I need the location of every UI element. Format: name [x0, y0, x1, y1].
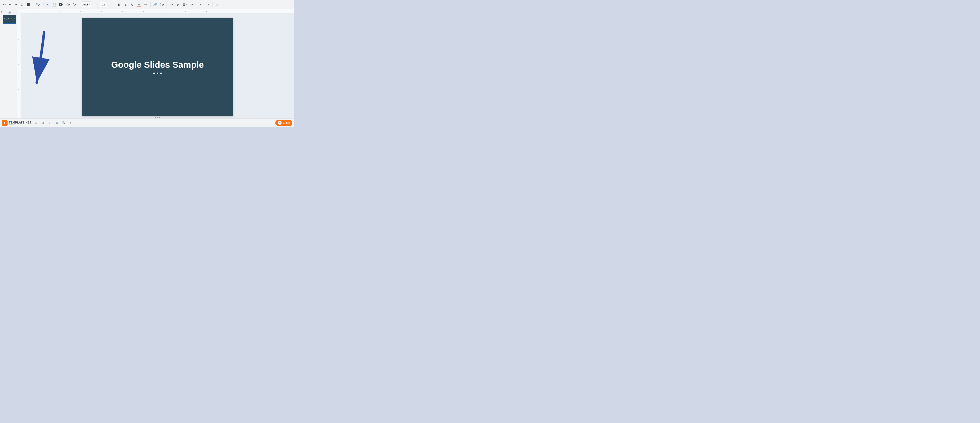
- ruler-horizontal: 1 2 3 4 5 6 7 8 9: [17, 9, 294, 13]
- font-color-indicator: [137, 6, 141, 7]
- dot-2: [10, 20, 10, 21]
- indent-less-button[interactable]: ⇤: [198, 2, 204, 8]
- image-icon: 🖼: [59, 3, 62, 6]
- separator-9: [212, 2, 213, 7]
- redo-button[interactable]: ↪: [13, 2, 18, 7]
- line-spacing-dropdown-icon: ▾: [178, 3, 179, 6]
- font-color-button[interactable]: A: [136, 2, 142, 8]
- add-icon: +: [3, 3, 5, 6]
- cursor-tool-button[interactable]: ↖: [45, 2, 50, 7]
- list-view-icon: ⊞: [41, 121, 44, 124]
- font-size-group: − +: [95, 2, 112, 7]
- arrow-annotation: [25, 30, 57, 93]
- slide-dots: [153, 73, 162, 74]
- template-underline: [9, 125, 15, 125]
- add-slide-button[interactable]: ⊕: [54, 120, 60, 126]
- ruler-vertical: 1 2 3 4 5 6: [17, 13, 21, 119]
- svg-text:7: 7: [164, 11, 165, 13]
- highlight-icon: ✏: [145, 3, 147, 6]
- undo-icon: ↩: [9, 3, 11, 6]
- line-tool-button[interactable]: ╲ ▾: [72, 2, 77, 7]
- zoom-dropdown-icon: ▾: [39, 3, 40, 6]
- font-dropdown-icon: ▾: [89, 3, 90, 6]
- print-icon: 🖨: [21, 3, 23, 6]
- separator-6: [150, 2, 151, 7]
- svg-text:8: 8: [185, 11, 186, 13]
- font-color-label-text: A: [138, 3, 140, 6]
- link-button[interactable]: 🔗: [152, 2, 158, 8]
- highlight-button[interactable]: ✏: [143, 2, 149, 8]
- slide-dot-1: [153, 73, 155, 74]
- font-size-decrease-button[interactable]: −: [95, 2, 100, 7]
- shape-dropdown-icon: ▾: [69, 3, 70, 6]
- indent-less-icon: ⇤: [200, 3, 202, 6]
- zoom-controls-button[interactable]: 🔍: [61, 120, 67, 126]
- canvas-area[interactable]: Google Slides Sample: [21, 13, 294, 119]
- print-button[interactable]: 🖨: [19, 2, 24, 7]
- separator-4: [93, 2, 93, 7]
- slide-thumbnail-dots: [9, 20, 11, 21]
- shape-tool-button[interactable]: ⬡ ▾: [65, 2, 71, 7]
- add-dropdown-icon: ▾: [5, 3, 6, 6]
- slide-canvas[interactable]: Google Slides Sample: [82, 17, 233, 116]
- dot-1: [9, 20, 9, 21]
- zoom-out-icon: 🔍: [62, 121, 65, 124]
- svg-text:1: 1: [38, 11, 39, 13]
- bottom-bar: T TEMPLATE.NET ⊟ ⊞ ◂ ⊕: [0, 119, 294, 127]
- svg-text:3: 3: [80, 11, 81, 13]
- text-tool-button[interactable]: T: [51, 2, 57, 7]
- slide-thumbnail-title: Google Slides Sample: [4, 18, 15, 19]
- clear-format-button[interactable]: ✕: [214, 2, 220, 8]
- numbered-list-button[interactable]: ≡ ▾: [189, 2, 194, 8]
- font-size-input[interactable]: [100, 2, 107, 7]
- font-size-increase-button[interactable]: +: [107, 2, 112, 7]
- cursor-icon: ↖: [46, 3, 49, 6]
- font-family-selector[interactable]: Arial ▾: [81, 2, 91, 8]
- toolbar: + ▾ ↩ ↪ 🖨 ⬛ 🔍 ▾ ↖ T 🖼 ▾ ⬡ ▾ ╲ ▾: [0, 0, 294, 9]
- scroll-dot-3: [159, 117, 160, 118]
- slide-panel: 1 🔗 Google Slides Sample: [0, 9, 17, 119]
- grid-view-button[interactable]: ⊟: [33, 120, 39, 126]
- slide-title-text[interactable]: Google Slides Sample: [111, 60, 204, 70]
- add-button[interactable]: + ▾: [2, 2, 7, 7]
- bullets-dropdown-icon: ▾: [186, 3, 187, 6]
- svg-text:3: 3: [18, 51, 19, 52]
- slide-content-wrapper: Google Slides Sample: [111, 60, 204, 74]
- comment-button[interactable]: 💬: [159, 2, 165, 8]
- list-view-button[interactable]: ⊞: [40, 120, 46, 126]
- line-spacing-button[interactable]: ↕ ▾: [175, 2, 181, 8]
- image-tool-button[interactable]: 🖼 ▾: [58, 2, 64, 7]
- underline-button[interactable]: U: [129, 2, 135, 8]
- numbered-dropdown-icon: ▾: [192, 3, 193, 6]
- shape-icon: ⬡: [66, 3, 69, 6]
- explore-button[interactable]: ✦ Explo: [275, 120, 292, 126]
- comment-icon: 💬: [160, 3, 164, 6]
- italic-button[interactable]: I: [123, 2, 129, 8]
- numbered-list-icon: ≡: [190, 3, 192, 6]
- zoom-button[interactable]: 🔍 ▾: [35, 2, 41, 7]
- undo-button[interactable]: ↩: [8, 2, 13, 7]
- indent-more-button[interactable]: ⇥: [205, 2, 211, 8]
- align-dropdown-icon: ▾: [172, 3, 173, 6]
- template-brand-text: TEMPLATE: [9, 121, 24, 124]
- template-logo: T TEMPLATE.NET: [2, 120, 31, 126]
- bottom-icons: ⊟ ⊞ ◂: [33, 120, 52, 126]
- bullets-button[interactable]: ☰ ▾: [182, 2, 188, 8]
- main-content: 1 🔗 Google Slides Sample 1: [0, 9, 294, 119]
- line-spacing-icon: ↕: [177, 3, 178, 6]
- bold-button[interactable]: B: [116, 2, 122, 8]
- svg-text:5: 5: [18, 76, 19, 78]
- slide-thumbnail-1[interactable]: Google Slides Sample: [3, 15, 16, 24]
- align-button[interactable]: ≡ ▾: [169, 2, 174, 8]
- editor-body: 1 2 3 4 5 6: [17, 13, 294, 119]
- plus-slide-button[interactable]: +: [67, 120, 73, 126]
- svg-text:1: 1: [18, 26, 19, 27]
- more-options-button[interactable]: ⋯: [221, 2, 227, 8]
- template-logo-icon: T: [2, 120, 8, 126]
- format-paint-button[interactable]: ⬛: [25, 2, 31, 7]
- collapse-panel-button[interactable]: ◂: [46, 120, 52, 126]
- template-logo-text-wrapper: TEMPLATE.NET: [9, 121, 31, 125]
- template-suffix-text: .NET: [25, 121, 31, 124]
- svg-text:6: 6: [18, 89, 19, 90]
- editor-area: 1 2 3 4 5 6 7 8 9 1 2 3 4 5: [17, 9, 294, 119]
